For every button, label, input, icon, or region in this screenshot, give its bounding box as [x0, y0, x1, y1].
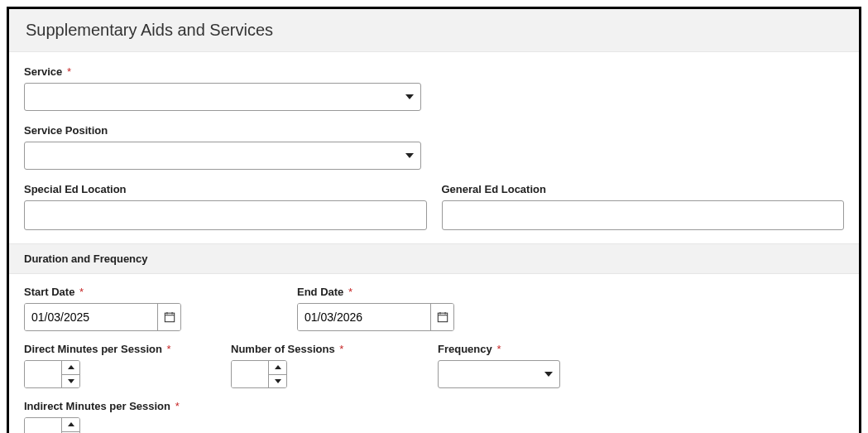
- special-ed-location-input[interactable]: [24, 200, 427, 230]
- end-date-label: End Date *: [297, 286, 844, 298]
- indirect-minutes-spinner: [24, 417, 80, 433]
- end-date-calendar-button[interactable]: [430, 304, 453, 330]
- svg-rect-4: [438, 313, 447, 322]
- required-asterisk: *: [339, 343, 343, 355]
- special-ed-location-group: Special Ed Location: [24, 183, 427, 230]
- general-ed-location-group: General Ed Location: [442, 183, 845, 230]
- indirect-minutes-input[interactable]: [25, 418, 61, 433]
- number-sessions-spin-controls: [268, 361, 286, 387]
- chevron-up-icon: [275, 365, 281, 369]
- general-ed-location-input[interactable]: [442, 200, 845, 230]
- locations-row: Special Ed Location General Ed Location: [24, 183, 844, 230]
- number-sessions-increment-button[interactable]: [269, 361, 286, 375]
- frequency-label-text: Frequency: [438, 343, 492, 355]
- number-sessions-spinner: [231, 360, 287, 388]
- end-date-group: End Date *: [297, 286, 844, 331]
- indirect-minutes-row: Indirect Minutes per Session *: [24, 400, 844, 433]
- service-field-group: Service *: [24, 65, 844, 111]
- service-select[interactable]: [25, 84, 420, 110]
- number-sessions-input[interactable]: [232, 361, 268, 387]
- required-asterisk: *: [167, 343, 171, 355]
- direct-minutes-spin-controls: [61, 361, 79, 387]
- start-date-input-group: [24, 303, 181, 331]
- start-date-label: Start Date *: [24, 286, 297, 298]
- direct-minutes-group: Direct Minutes per Session *: [24, 343, 231, 388]
- end-date-input-group: [297, 303, 454, 331]
- required-asterisk: *: [67, 65, 71, 78]
- special-ed-location-label: Special Ed Location: [24, 183, 427, 195]
- chevron-down-icon: [275, 379, 281, 383]
- service-label-text: Service: [24, 65, 62, 78]
- svg-rect-0: [165, 313, 174, 322]
- required-asterisk: *: [348, 286, 352, 298]
- indirect-minutes-label: Indirect Minutes per Session *: [24, 400, 844, 412]
- sessions-row: Direct Minutes per Session * Number of S…: [24, 331, 844, 400]
- required-asterisk: *: [175, 400, 180, 412]
- service-select-wrap: [24, 83, 421, 111]
- service-position-select-wrap: [24, 142, 421, 170]
- chevron-down-icon: [68, 379, 74, 383]
- date-row: Start Date *: [24, 274, 844, 331]
- page-title: Supplementary Aids and Services: [9, 9, 859, 52]
- general-ed-location-label: General Ed Location: [442, 183, 845, 195]
- number-sessions-label-text: Number of Sessions: [231, 343, 335, 355]
- indirect-minutes-spin-controls: [61, 418, 79, 433]
- chevron-up-icon: [68, 422, 74, 426]
- end-date-input[interactable]: [298, 304, 430, 330]
- frequency-select-wrap: [438, 360, 560, 388]
- direct-minutes-label: Direct Minutes per Session *: [24, 343, 231, 355]
- calendar-icon: [437, 311, 448, 323]
- direct-minutes-input[interactable]: [25, 361, 61, 387]
- frequency-select[interactable]: [439, 361, 559, 387]
- direct-minutes-decrement-button[interactable]: [62, 375, 79, 388]
- service-position-select[interactable]: [25, 142, 420, 169]
- chevron-up-icon: [68, 365, 74, 369]
- indirect-minutes-increment-button[interactable]: [62, 418, 79, 432]
- start-date-calendar-button[interactable]: [157, 304, 180, 330]
- end-date-label-text: End Date: [297, 286, 343, 298]
- frequency-group: Frequency *: [438, 343, 844, 388]
- start-date-group: Start Date *: [24, 286, 297, 331]
- calendar-icon: [164, 311, 175, 323]
- form-body: Service * Service Position Special Ed Lo…: [9, 52, 859, 433]
- number-sessions-group: Number of Sessions *: [231, 343, 438, 388]
- indirect-minutes-label-text: Indirect Minutes per Session: [24, 400, 170, 412]
- direct-minutes-spinner: [24, 360, 80, 388]
- service-position-field-group: Service Position: [24, 124, 844, 170]
- direct-minutes-label-text: Direct Minutes per Session: [24, 343, 162, 355]
- frequency-label: Frequency *: [438, 343, 844, 355]
- service-position-label: Service Position: [24, 124, 844, 137]
- required-asterisk: *: [79, 286, 84, 298]
- direct-minutes-increment-button[interactable]: [62, 361, 79, 375]
- form-panel: Supplementary Aids and Services Service …: [7, 7, 861, 433]
- number-sessions-label: Number of Sessions *: [231, 343, 438, 355]
- duration-frequency-header: Duration and Frequency: [9, 243, 859, 274]
- start-date-label-text: Start Date: [24, 286, 74, 298]
- start-date-input[interactable]: [25, 304, 157, 330]
- service-label: Service *: [24, 65, 844, 78]
- number-sessions-decrement-button[interactable]: [269, 375, 286, 388]
- required-asterisk: *: [496, 343, 501, 355]
